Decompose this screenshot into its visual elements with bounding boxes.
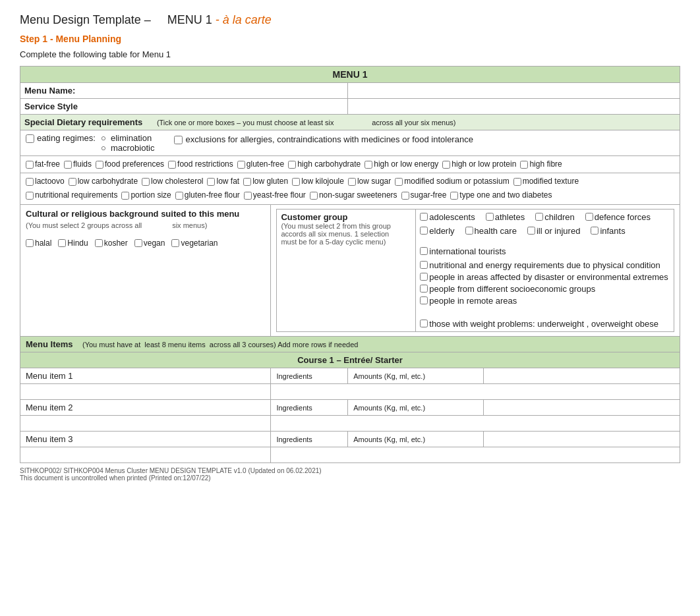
service-style-label: Service Style bbox=[20, 99, 348, 115]
cb-vegan[interactable] bbox=[134, 239, 142, 247]
menu-item-2-amounts-value[interactable] bbox=[484, 399, 680, 415]
menu-item-2-ingredients-input[interactable] bbox=[275, 418, 676, 428]
cb-kosher[interactable] bbox=[95, 239, 103, 247]
cb-gluten-free[interactable] bbox=[237, 161, 245, 169]
cb-athletes[interactable] bbox=[486, 213, 494, 221]
cb-modified-sodium[interactable] bbox=[395, 178, 403, 186]
cb-low-fat[interactable] bbox=[207, 178, 215, 186]
main-table: MENU 1 Menu Name: Service Style Special … bbox=[20, 66, 680, 463]
menu-item-3-amounts-input[interactable] bbox=[488, 434, 676, 444]
cb-non-sugar-sweeteners[interactable] bbox=[310, 192, 318, 200]
menu-item-3-amounts-value[interactable] bbox=[484, 431, 680, 447]
menu-item-1-ingredients-label: Ingredients bbox=[271, 368, 348, 383]
cb-halal[interactable] bbox=[26, 239, 34, 247]
cb-health-care[interactable] bbox=[465, 227, 473, 235]
cb-socioeconomic[interactable] bbox=[420, 285, 428, 293]
cb-high-fibre[interactable] bbox=[520, 161, 528, 169]
customer-group-label-cell: Customer group (You must select 2 from t… bbox=[277, 209, 416, 331]
menu-item-1-amounts-label: Amounts (Kg, ml, etc.) bbox=[348, 368, 484, 383]
cb-elderly[interactable] bbox=[420, 227, 428, 235]
cb-type-one-two[interactable] bbox=[450, 192, 458, 200]
cb-adolescents[interactable] bbox=[420, 213, 428, 221]
eating-regimes-row: eating regimes: ○ elimination ○ macrobio… bbox=[20, 130, 680, 156]
cultural-section: Cultural or religious background suited … bbox=[20, 204, 271, 336]
step-label: Step 1 - Menu Planning bbox=[20, 34, 680, 44]
cb-low-gluten[interactable] bbox=[243, 178, 251, 186]
service-style-value[interactable] bbox=[348, 99, 680, 115]
menu-item-1-ingredients-input[interactable] bbox=[275, 387, 676, 397]
cb-portion-size[interactable] bbox=[121, 192, 129, 200]
menu-items-section-header: Menu Items (You must have at least 8 men… bbox=[20, 336, 680, 352]
cb-high-carbohydrate[interactable] bbox=[288, 161, 296, 169]
menu-name-label: Menu Name: bbox=[20, 83, 348, 99]
menu-item-2-amounts-label: Amounts (Kg, ml, etc.) bbox=[348, 399, 484, 415]
cb-weight-problems[interactable] bbox=[420, 320, 428, 327]
course-1-header: Course 1 – Entrée/ Starter bbox=[20, 352, 680, 368]
dietary-options-row1: fat-free fluids food preferences food re… bbox=[20, 156, 680, 173]
cb-disaster-areas[interactable] bbox=[420, 273, 428, 281]
cb-remote-areas[interactable] bbox=[420, 296, 428, 304]
dietary-options-row2: lactoovo low carbohydrate low cholestero… bbox=[20, 173, 680, 204]
menu-item-3-ingredients-input[interactable] bbox=[275, 450, 676, 460]
cb-hindu[interactable] bbox=[58, 239, 66, 247]
eating-regimes-checkbox[interactable] bbox=[26, 134, 34, 143]
customer-group-options: adolescents athletes children defence fo… bbox=[416, 209, 674, 331]
cb-food-preferences[interactable] bbox=[96, 161, 103, 169]
cb-high-low-protein[interactable] bbox=[442, 161, 450, 169]
menu-main-header: MENU 1 bbox=[20, 67, 680, 83]
cb-defence-forces[interactable] bbox=[585, 213, 593, 221]
cb-low-carbohydrate[interactable] bbox=[69, 178, 76, 186]
menu-name-input[interactable] bbox=[352, 86, 676, 96]
cb-low-kilojoule[interactable] bbox=[292, 178, 300, 186]
cb-food-restrictions[interactable] bbox=[168, 161, 176, 169]
menu-item-1-name-input[interactable] bbox=[26, 387, 265, 397]
menu-item-3-name-input[interactable] bbox=[26, 450, 265, 460]
cb-vegetarian[interactable] bbox=[171, 239, 179, 247]
menu-item-1-amounts-input[interactable] bbox=[488, 371, 676, 381]
menu-name-value[interactable] bbox=[348, 83, 680, 99]
cb-sugar-free[interactable] bbox=[401, 192, 409, 200]
cb-nutritional-req[interactable] bbox=[26, 192, 34, 200]
service-style-input[interactable] bbox=[352, 101, 676, 111]
cb-nutritional-physical[interactable] bbox=[420, 261, 428, 269]
cb-yeast-free-flour[interactable] bbox=[244, 192, 252, 200]
menu-item-1-ingredients-input-cell[interactable] bbox=[271, 383, 680, 399]
cb-lactoovo[interactable] bbox=[26, 178, 34, 186]
special-dietary-section: Special Dietary requirements (Tick one o… bbox=[20, 115, 680, 130]
cb-international-tourists[interactable] bbox=[420, 247, 428, 255]
cb-fat-free[interactable] bbox=[26, 161, 34, 169]
cb-low-sugar[interactable] bbox=[348, 178, 356, 186]
cb-modified-texture[interactable] bbox=[513, 178, 521, 186]
menu-item-2-name-input[interactable] bbox=[26, 418, 265, 428]
menu-item-2-ingredients-input-cell[interactable] bbox=[271, 415, 680, 431]
menu-item-3-name-input-cell[interactable] bbox=[20, 447, 271, 462]
cb-ill-injured[interactable] bbox=[527, 227, 535, 235]
complete-text: Complete the following table for Menu 1 bbox=[20, 49, 680, 59]
menu-item-1-name-input-cell[interactable] bbox=[20, 383, 271, 399]
cb-infants[interactable] bbox=[591, 227, 598, 235]
menu-item-2-label: Menu item 2 bbox=[20, 399, 271, 415]
page-title: Menu Design Template – MENU 1 - à la car… bbox=[20, 13, 680, 27]
menu-item-3-ingredients-input-cell[interactable] bbox=[271, 447, 680, 462]
menu-item-3-amounts-label: Amounts (Kg, ml, etc.) bbox=[348, 431, 484, 447]
menu-item-3-label: Menu item 3 bbox=[20, 431, 271, 447]
customer-group-section: Customer group (You must select 2 from t… bbox=[271, 204, 680, 336]
menu-item-2-amounts-input[interactable] bbox=[488, 403, 676, 412]
menu-item-1-amounts-value[interactable] bbox=[484, 368, 680, 383]
cb-fluids[interactable] bbox=[64, 161, 72, 169]
menu-item-1-label: Menu item 1 bbox=[20, 368, 271, 383]
exclusions-checkbox[interactable] bbox=[174, 136, 183, 144]
footer: SITHKOP002/ SITHKOP004 Menus Cluster MEN… bbox=[20, 467, 680, 482]
cb-high-low-energy[interactable] bbox=[365, 161, 372, 169]
menu-item-3-ingredients-label: Ingredients bbox=[271, 431, 348, 447]
cb-children[interactable] bbox=[535, 213, 543, 221]
cb-low-cholesterol[interactable] bbox=[142, 178, 150, 186]
menu-item-2-ingredients-label: Ingredients bbox=[271, 399, 348, 415]
menu-item-2-name-input-cell[interactable] bbox=[20, 415, 271, 431]
cb-gluten-free-flour[interactable] bbox=[175, 192, 183, 200]
